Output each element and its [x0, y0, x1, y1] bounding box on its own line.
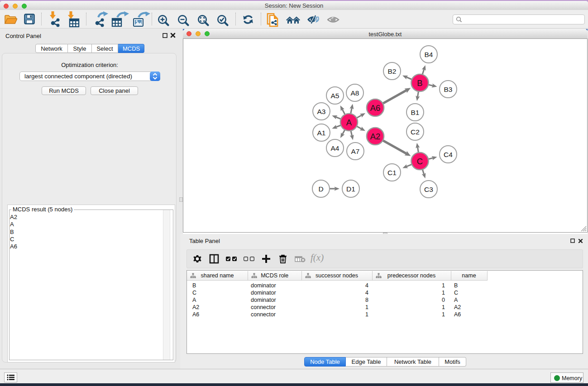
svg-text:A7: A7: [351, 148, 360, 155]
svg-text:C4: C4: [444, 151, 453, 158]
svg-text:D1: D1: [346, 185, 355, 193]
svg-text:B3: B3: [444, 86, 453, 93]
svg-text:C3: C3: [424, 186, 433, 193]
svg-text:B2: B2: [388, 67, 397, 75]
svg-text:D: D: [318, 185, 323, 193]
svg-text:A2: A2: [370, 132, 381, 141]
svg-text:A4: A4: [331, 144, 339, 152]
svg-text:A6: A6: [370, 103, 381, 113]
svg-text:B: B: [417, 78, 422, 88]
svg-text:A3: A3: [317, 108, 326, 115]
svg-text:A8: A8: [351, 89, 359, 97]
svg-text:C: C: [417, 157, 423, 166]
svg-text:C2: C2: [411, 128, 420, 136]
svg-text:A: A: [346, 118, 352, 127]
svg-text:C1: C1: [387, 169, 397, 176]
svg-text:A1: A1: [317, 129, 326, 137]
svg-text:B1: B1: [411, 109, 420, 116]
svg-text:B4: B4: [425, 51, 433, 58]
svg-text:A5: A5: [331, 92, 339, 100]
